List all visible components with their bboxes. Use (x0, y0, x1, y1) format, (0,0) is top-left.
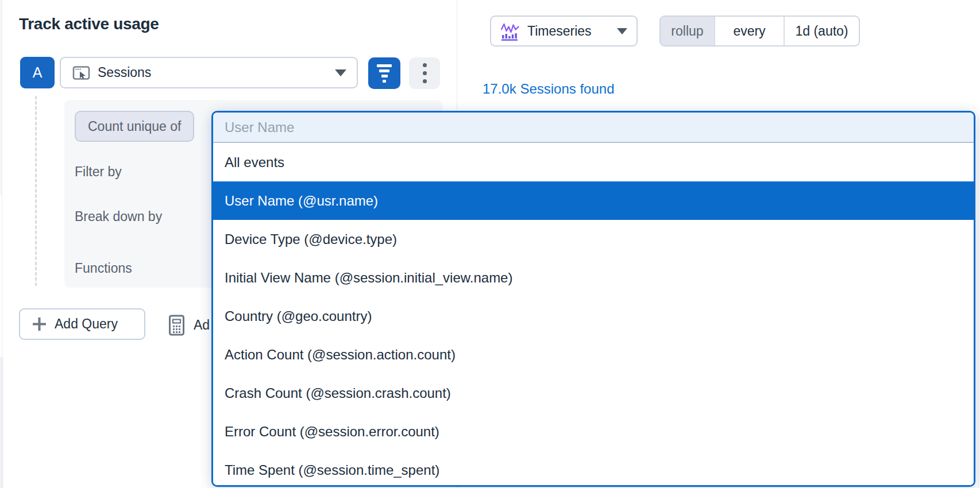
dropdown-search-bar (213, 113, 974, 143)
visualization-type-select[interactable]: Timeseries (490, 16, 638, 47)
dropdown-option-label: Time Spent (@session.time_spent) (225, 462, 439, 478)
functions-label: Functions (75, 261, 132, 276)
event-source-select[interactable]: Sessions (60, 57, 358, 88)
dropdown-option-label: User Name (@usr.name) (225, 193, 378, 209)
filter-button[interactable] (368, 57, 400, 89)
add-query-button[interactable]: Add Query (19, 308, 145, 340)
query-connector-rail (35, 96, 37, 286)
chevron-down-icon (617, 28, 627, 34)
timeseries-icon (500, 22, 520, 41)
dropdown-option-label: Country (@geo.country) (225, 308, 372, 324)
event-source-label: Sessions (98, 65, 151, 80)
dropdown-option-label: Action Count (@session.action.count) (225, 347, 456, 363)
dropdown-option[interactable]: Crash Count (@session.crash.count) (213, 374, 974, 412)
rollup-segment-label[interactable]: rollup (661, 17, 714, 45)
dropdown-option[interactable]: Error Count (@session.error.count) (213, 412, 974, 451)
dropdown-option[interactable]: Device Type (@device.type) (213, 220, 974, 258)
dropdown-option[interactable]: Country (@geo.country) (213, 297, 974, 335)
results-count-link[interactable]: 17.0k Sessions found (483, 81, 615, 97)
aggregation-chip[interactable]: Count unique of (75, 111, 194, 142)
more-options-button[interactable] (409, 57, 440, 89)
add-formula-button[interactable]: Ad (168, 313, 210, 337)
dropdown-option[interactable]: All events (213, 143, 974, 181)
dropdown-option-label: All events (225, 154, 284, 171)
add-formula-label: Ad (194, 317, 210, 333)
dropdown-option-list: All events User Name (@usr.name) Device … (213, 143, 974, 485)
dropdown-option-label: Device Type (@device.type) (225, 231, 397, 247)
rollup-segment-every[interactable]: every (714, 17, 784, 45)
dropdown-option-label: Error Count (@session.error.count) (225, 424, 439, 440)
rollup-segment-interval[interactable]: 1d (auto) (784, 17, 859, 45)
visualization-type-label: Timeseries (527, 24, 592, 39)
filter-by-label: Filter by (75, 164, 122, 180)
dropdown-option[interactable]: Initial View Name (@session.initial_view… (213, 258, 974, 297)
right-edge-divider (978, 118, 979, 488)
dropdown-option-label: Initial View Name (@session.initial_view… (225, 270, 512, 286)
dropdown-option[interactable]: Time Spent (@session.time_spent) (213, 451, 974, 485)
dropdown-option[interactable]: User Name (@usr.name) (213, 181, 974, 220)
add-query-label: Add Query (55, 316, 118, 332)
dropdown-option-label: Crash Count (@session.crash.count) (225, 385, 451, 401)
chevron-down-icon (335, 69, 346, 76)
field-select-dropdown: All events User Name (@usr.name) Device … (211, 111, 975, 487)
calculator-icon (168, 315, 185, 336)
rollup-control: rollup every 1d (auto) (659, 16, 860, 47)
plus-icon (33, 317, 46, 331)
page-title: Track active usage (19, 15, 159, 33)
browser-cursor-icon (72, 64, 90, 82)
break-down-by-label: Break down by (75, 209, 162, 224)
dropdown-search-input[interactable] (213, 113, 974, 142)
query-letter-badge: A (20, 57, 55, 88)
left-edge-divider (2, 0, 2, 488)
dropdown-option[interactable]: Action Count (@session.action.count) (213, 335, 974, 374)
